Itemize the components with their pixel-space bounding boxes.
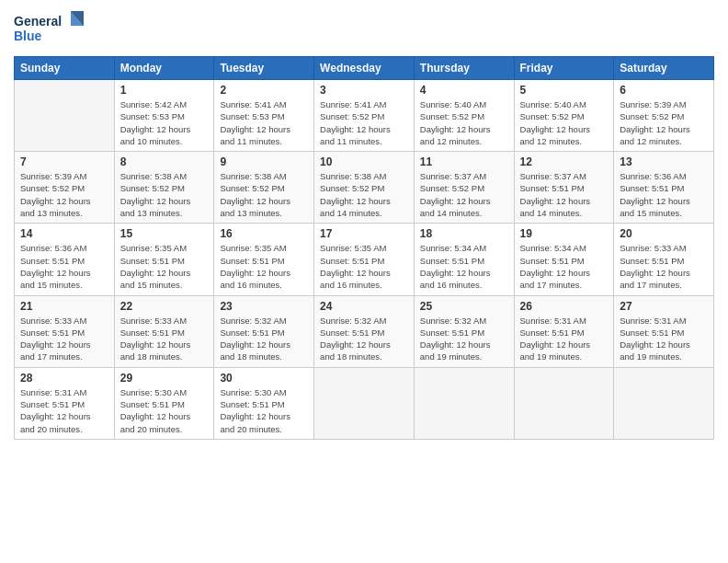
calendar-cell: 25Sunrise: 5:32 AMSunset: 5:51 PMDayligh… [414,295,514,367]
day-number: 27 [620,300,708,313]
calendar-cell: 16Sunrise: 5:35 AMSunset: 5:51 PMDayligh… [214,224,314,295]
day-info: Sunrise: 5:32 AMSunset: 5:51 PMDaylight:… [320,315,408,363]
day-number: 9 [220,155,308,168]
calendar-cell: 29Sunrise: 5:30 AMSunset: 5:51 PMDayligh… [114,367,214,439]
day-info: Sunrise: 5:34 AMSunset: 5:51 PMDaylight:… [420,242,508,291]
day-info: Sunrise: 5:40 AMSunset: 5:52 PMDaylight:… [420,98,508,147]
calendar-cell [414,367,514,439]
calendar-cell: 23Sunrise: 5:32 AMSunset: 5:51 PMDayligh… [214,295,314,367]
calendar-cell: 20Sunrise: 5:33 AMSunset: 5:51 PMDayligh… [614,224,714,295]
calendar-header-row: SundayMondayTuesdayWednesdayThursdayFrid… [15,57,714,80]
calendar-cell: 22Sunrise: 5:33 AMSunset: 5:51 PMDayligh… [114,295,214,367]
day-info: Sunrise: 5:39 AMSunset: 5:52 PMDaylight:… [20,170,108,219]
day-number: 20 [620,227,708,240]
calendar-cell: 27Sunrise: 5:31 AMSunset: 5:51 PMDayligh… [614,295,714,367]
calendar-header-thursday: Thursday [414,57,514,80]
calendar-cell: 3Sunrise: 5:41 AMSunset: 5:52 PMDaylight… [314,80,415,152]
svg-text:General: General [14,14,62,29]
day-info: Sunrise: 5:41 AMSunset: 5:52 PMDaylight:… [320,98,408,147]
calendar-header-friday: Friday [514,57,614,80]
day-info: Sunrise: 5:37 AMSunset: 5:52 PMDaylight:… [420,170,508,219]
day-number: 4 [420,84,508,97]
calendar-header-sunday: Sunday [15,57,115,80]
calendar-cell: 24Sunrise: 5:32 AMSunset: 5:51 PMDayligh… [314,295,415,367]
day-number: 18 [420,227,508,240]
calendar-week-row: 28Sunrise: 5:31 AMSunset: 5:51 PMDayligh… [15,367,714,439]
day-info: Sunrise: 5:41 AMSunset: 5:53 PMDaylight:… [220,98,308,147]
logo-svg: General Blue [14,9,87,51]
day-number: 3 [320,84,408,97]
day-number: 7 [20,155,108,168]
calendar-cell: 2Sunrise: 5:41 AMSunset: 5:53 PMDaylight… [214,80,314,152]
calendar-cell: 30Sunrise: 5:30 AMSunset: 5:51 PMDayligh… [214,367,314,439]
calendar-cell: 28Sunrise: 5:31 AMSunset: 5:51 PMDayligh… [15,367,115,439]
day-info: Sunrise: 5:34 AMSunset: 5:51 PMDaylight:… [520,242,609,291]
calendar-cell: 5Sunrise: 5:40 AMSunset: 5:52 PMDaylight… [514,80,614,152]
day-info: Sunrise: 5:35 AMSunset: 5:51 PMDaylight:… [120,242,209,291]
day-number: 10 [320,155,408,168]
day-info: Sunrise: 5:31 AMSunset: 5:51 PMDaylight:… [520,315,609,363]
calendar-cell: 18Sunrise: 5:34 AMSunset: 5:51 PMDayligh… [414,224,514,295]
calendar-cell: 17Sunrise: 5:35 AMSunset: 5:51 PMDayligh… [314,224,415,295]
day-number: 24 [320,300,408,313]
calendar-cell [314,367,415,439]
calendar-cell: 13Sunrise: 5:36 AMSunset: 5:51 PMDayligh… [614,152,714,224]
day-info: Sunrise: 5:31 AMSunset: 5:51 PMDaylight:… [620,315,708,363]
page-header: General Blue [14,9,714,51]
day-number: 6 [620,84,708,97]
day-info: Sunrise: 5:33 AMSunset: 5:51 PMDaylight:… [120,315,209,363]
calendar-cell: 1Sunrise: 5:42 AMSunset: 5:53 PMDaylight… [114,80,214,152]
calendar-week-row: 7Sunrise: 5:39 AMSunset: 5:52 PMDaylight… [15,152,714,224]
day-number: 8 [120,155,209,168]
day-number: 22 [120,300,209,313]
day-number: 30 [220,372,308,385]
calendar-cell: 14Sunrise: 5:36 AMSunset: 5:51 PMDayligh… [15,224,115,295]
day-info: Sunrise: 5:36 AMSunset: 5:51 PMDaylight:… [20,242,108,291]
calendar-cell: 10Sunrise: 5:38 AMSunset: 5:52 PMDayligh… [314,152,415,224]
day-info: Sunrise: 5:32 AMSunset: 5:51 PMDaylight:… [420,315,508,363]
day-info: Sunrise: 5:35 AMSunset: 5:51 PMDaylight:… [320,242,408,291]
calendar-cell: 9Sunrise: 5:38 AMSunset: 5:52 PMDaylight… [214,152,314,224]
calendar-cell: 4Sunrise: 5:40 AMSunset: 5:52 PMDaylight… [414,80,514,152]
day-info: Sunrise: 5:38 AMSunset: 5:52 PMDaylight:… [220,170,308,219]
day-number: 13 [620,155,708,168]
calendar-week-row: 21Sunrise: 5:33 AMSunset: 5:51 PMDayligh… [15,295,714,367]
day-info: Sunrise: 5:36 AMSunset: 5:51 PMDaylight:… [620,170,708,219]
day-number: 29 [120,372,209,385]
svg-text:Blue: Blue [14,29,42,43]
calendar-cell [15,80,115,152]
day-number: 19 [520,227,609,240]
day-number: 1 [120,84,209,97]
day-number: 5 [520,84,609,97]
day-number: 11 [420,155,508,168]
day-info: Sunrise: 5:33 AMSunset: 5:51 PMDaylight:… [20,315,108,363]
calendar-cell: 8Sunrise: 5:38 AMSunset: 5:52 PMDaylight… [114,152,214,224]
calendar-cell: 26Sunrise: 5:31 AMSunset: 5:51 PMDayligh… [514,295,614,367]
day-info: Sunrise: 5:31 AMSunset: 5:51 PMDaylight:… [20,386,108,435]
calendar-header-monday: Monday [114,57,214,80]
day-info: Sunrise: 5:30 AMSunset: 5:51 PMDaylight:… [220,386,308,435]
day-number: 23 [220,300,308,313]
day-number: 25 [420,300,508,313]
calendar-cell: 7Sunrise: 5:39 AMSunset: 5:52 PMDaylight… [15,152,115,224]
logo: General Blue [14,9,87,51]
calendar-cell [614,367,714,439]
day-info: Sunrise: 5:32 AMSunset: 5:51 PMDaylight:… [220,315,308,363]
calendar-week-row: 1Sunrise: 5:42 AMSunset: 5:53 PMDaylight… [15,80,714,152]
day-info: Sunrise: 5:33 AMSunset: 5:51 PMDaylight:… [620,242,708,291]
calendar-header-tuesday: Tuesday [214,57,314,80]
calendar-cell: 6Sunrise: 5:39 AMSunset: 5:52 PMDaylight… [614,80,714,152]
calendar-cell [514,367,614,439]
calendar-cell: 19Sunrise: 5:34 AMSunset: 5:51 PMDayligh… [514,224,614,295]
day-number: 21 [20,300,108,313]
day-number: 12 [520,155,609,168]
calendar-cell: 11Sunrise: 5:37 AMSunset: 5:52 PMDayligh… [414,152,514,224]
day-info: Sunrise: 5:38 AMSunset: 5:52 PMDaylight:… [120,170,209,219]
day-number: 17 [320,227,408,240]
day-info: Sunrise: 5:39 AMSunset: 5:52 PMDaylight:… [620,98,708,147]
calendar-header-saturday: Saturday [614,57,714,80]
day-info: Sunrise: 5:42 AMSunset: 5:53 PMDaylight:… [120,98,209,147]
day-number: 16 [220,227,308,240]
calendar-cell: 15Sunrise: 5:35 AMSunset: 5:51 PMDayligh… [114,224,214,295]
day-number: 26 [520,300,609,313]
